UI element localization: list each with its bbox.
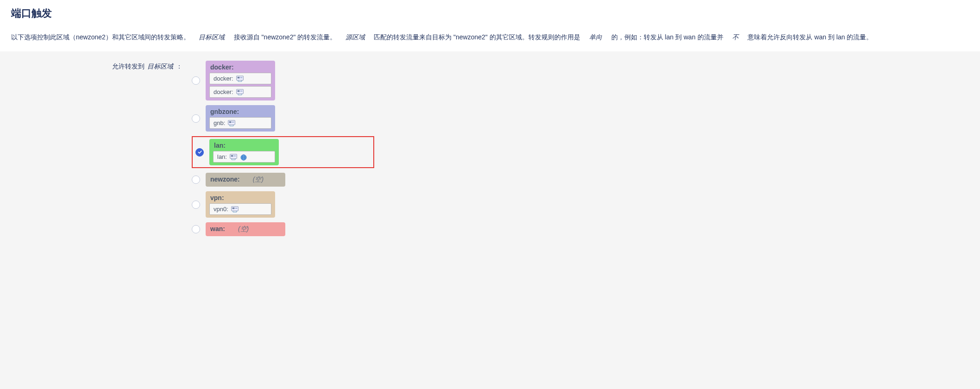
- page-title: 端口触发: [11, 6, 969, 20]
- zone-title: wan:: [210, 225, 225, 232]
- desc-src-zone: 源区域: [346, 33, 365, 41]
- desc-text: 接收源自 "newzone2" 的转发流量。: [234, 33, 337, 41]
- zone-title: lan:: [213, 142, 275, 149]
- zone-empty-label: (空): [238, 225, 249, 233]
- iface-label: lan:: [217, 153, 227, 160]
- zone-radio-newzone[interactable]: [192, 176, 200, 184]
- iface-box: lan:: [213, 151, 275, 163]
- desc-text: 匹配的转发流量来自目标为 "newzone2" 的其它区域。转发规则的作用是: [374, 33, 580, 41]
- desc-text: 以下选项控制此区域（newzone2）和其它区域间的转发策略。: [11, 33, 190, 41]
- zone-box-docker: docker:docker:docker:: [206, 61, 275, 100]
- nic-icon: [231, 206, 239, 213]
- zone-box-gnbzone: gnbzone:gnb:: [206, 105, 275, 132]
- iface-label: gnb:: [214, 119, 225, 126]
- zone-radio-lan[interactable]: [195, 148, 204, 157]
- zone-radio-vpn[interactable]: [192, 201, 200, 209]
- zone-row-newzone[interactable]: newzone:(空): [192, 173, 969, 187]
- desc-not: 不: [732, 33, 739, 41]
- iface-label: docker:: [214, 75, 233, 82]
- iface-box: vpn0:: [209, 203, 271, 215]
- zone-box-wan: wan:(空): [206, 222, 285, 236]
- nic-icon: [230, 154, 237, 160]
- zone-row-lan[interactable]: lan:lan:: [195, 139, 370, 165]
- zone-row-gnbzone[interactable]: gnbzone:gnb:: [192, 105, 969, 132]
- iface-label: docker:: [214, 88, 233, 95]
- iface-box: docker:: [209, 86, 271, 98]
- description: 以下选项控制此区域（newzone2）和其它区域间的转发策略。 目标区域 接收源…: [11, 31, 969, 43]
- label-colon: ：: [176, 63, 182, 71]
- zone-title: newzone:: [210, 176, 240, 183]
- zone-options: docker:docker:docker:gnbzone:gnb:lan:lan…: [192, 61, 969, 241]
- zone-radio-docker[interactable]: [192, 76, 200, 85]
- iface-box: gnb:: [209, 117, 271, 129]
- globe-icon: [240, 154, 247, 160]
- nic-icon: [228, 120, 235, 126]
- label-dest: 目标区域: [147, 63, 173, 71]
- desc-text: 的，例如：转发从 lan 到 wan 的流量并: [611, 33, 723, 41]
- zone-radio-wan[interactable]: [192, 225, 200, 233]
- desc-dest-zone: 目标区域: [199, 33, 225, 41]
- desc-oneway: 单向: [589, 33, 602, 41]
- iface-label: vpn0:: [214, 206, 228, 213]
- desc-text: 意味着允许反向转发从 wan 到 lan 的流量。: [748, 33, 873, 41]
- zone-box-newzone: newzone:(空): [206, 173, 285, 187]
- zone-row-docker[interactable]: docker:docker:docker:: [192, 61, 969, 100]
- zone-empty-label: (空): [253, 176, 264, 184]
- iface-box: docker:: [209, 73, 271, 84]
- nic-icon: [236, 75, 244, 82]
- field-label: 允许转发到 目标区域 ：: [11, 61, 192, 71]
- zone-radio-gnbzone[interactable]: [192, 114, 200, 123]
- zone-box-vpn: vpn:vpn0:: [206, 191, 275, 218]
- label-pre: 允许转发到: [112, 63, 144, 71]
- zone-box-lan: lan:lan:: [209, 139, 279, 165]
- check-icon: [197, 150, 202, 155]
- highlighted-zone: lan:lan:: [192, 136, 374, 168]
- zone-title: docker:: [209, 63, 271, 71]
- zone-title: vpn:: [209, 194, 271, 201]
- zone-row-wan[interactable]: wan:(空): [192, 222, 969, 236]
- nic-icon: [236, 89, 244, 95]
- zone-row-vpn[interactable]: vpn:vpn0:: [192, 191, 969, 218]
- zone-title: gnbzone:: [209, 108, 271, 115]
